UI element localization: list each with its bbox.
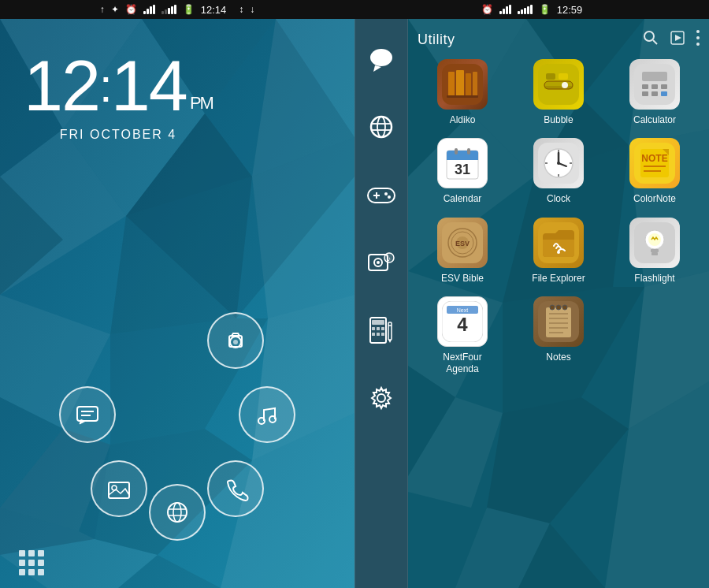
left-alarm-icon: ⏰ — [125, 4, 137, 15]
colornote-icon: NOTE — [629, 138, 680, 188]
app-item-flashlight[interactable]: Flashlight — [610, 218, 700, 284]
left-wifi-icon — [143, 5, 155, 14]
clock-colon: : — [99, 62, 111, 110]
app-item-clock[interactable]: Clock — [514, 138, 603, 204]
calendar-label: Calendar — [444, 193, 482, 204]
notes-label: Notes — [546, 352, 570, 363]
app-item-fileexplorer[interactable]: File Explorer — [514, 218, 603, 284]
svg-rect-53 — [372, 320, 384, 325]
right-battery-icon: 🔋 — [539, 4, 551, 15]
app-item-colornote[interactable]: NOTE ColorNote — [610, 138, 700, 204]
svg-rect-92 — [456, 70, 464, 97]
quick-launch-wheel — [67, 304, 288, 525]
flashlight-icon — [629, 218, 680, 268]
svg-rect-91 — [448, 72, 455, 97]
svg-point-88 — [696, 36, 700, 39]
clock-label: Clock — [547, 193, 570, 204]
dot5 — [28, 560, 35, 566]
aldiko-icon — [437, 59, 488, 110]
calendar-icon: 31 — [437, 138, 488, 188]
left-battery-icon: 🔋 — [183, 4, 195, 15]
search-icon[interactable] — [643, 30, 659, 50]
fileexplorer-label: File Explorer — [532, 273, 585, 284]
right-time: 12:59 — [557, 4, 583, 16]
bubble-icon — [533, 59, 584, 110]
right-alarm-icon: ⏰ — [481, 4, 493, 15]
quick-launch-music[interactable] — [239, 386, 295, 443]
svg-rect-57 — [372, 333, 375, 336]
svg-rect-93 — [466, 73, 471, 97]
clock-icon — [533, 138, 584, 188]
quick-launch-message[interactable] — [59, 386, 116, 443]
app-drawer: Utility — [408, 19, 709, 588]
more-options-icon[interactable] — [696, 30, 700, 50]
sidebar-item-settings[interactable] — [355, 364, 407, 432]
svg-text:31: 31 — [455, 162, 470, 177]
svg-point-102 — [562, 82, 568, 88]
app-item-notes[interactable]: Notes — [514, 296, 603, 374]
clock-widget: 12:14PM FRI OCTOBER 4 — [24, 50, 213, 142]
svg-point-39 — [377, 117, 385, 137]
sidebar-item-browser[interactable] — [355, 93, 407, 161]
dot7 — [19, 569, 25, 575]
svg-point-87 — [696, 30, 700, 33]
svg-rect-42 — [368, 188, 395, 203]
app-item-calculator[interactable]: Calculator — [610, 59, 700, 125]
svg-point-45 — [384, 192, 388, 195]
svg-rect-101 — [559, 73, 568, 80]
svg-text:NOTE: NOTE — [641, 153, 667, 164]
apps-grid-button[interactable] — [19, 550, 44, 575]
app-item-esvbible[interactable]: ESV ESV Bible — [418, 218, 507, 284]
sidebar-item-calculator[interactable] — [355, 296, 407, 364]
clock-hours: 12 — [24, 47, 99, 125]
app-item-aldiko[interactable]: Aldiko — [418, 59, 507, 125]
app-grid: Aldiko — [418, 59, 700, 374]
left-download-icon: ↓ — [250, 4, 254, 15]
app-item-calendar[interactable]: 31 Calendar — [418, 138, 507, 204]
clock-display: 12:14PM — [24, 50, 213, 121]
svg-point-156 — [550, 305, 555, 310]
sidebar-item-games[interactable] — [355, 161, 407, 229]
nextfour-label: NextFour Agenda — [443, 352, 481, 374]
quick-launch-globe[interactable] — [149, 484, 206, 541]
svg-text:♪: ♪ — [388, 255, 391, 262]
right-signal-icon — [518, 5, 533, 14]
right-wifi-icon — [499, 5, 511, 14]
svg-point-49 — [377, 261, 380, 264]
sidebar: ♪ — [354, 19, 408, 588]
svg-rect-100 — [546, 73, 555, 80]
app-item-bubble[interactable]: Bubble — [514, 59, 603, 125]
dot4 — [19, 560, 25, 566]
svg-rect-106 — [651, 84, 658, 89]
quick-launch-camera[interactable] — [207, 312, 264, 369]
quick-launch-gallery[interactable] — [91, 460, 147, 517]
svg-rect-142 — [651, 249, 659, 252]
svg-point-30 — [168, 503, 187, 522]
svg-point-38 — [371, 117, 392, 137]
clock-minutes: 14 — [111, 47, 187, 125]
svg-rect-59 — [381, 333, 384, 336]
app-item-nextfour[interactable]: Next 4 NextFour Agenda — [418, 296, 507, 374]
svg-text:ESV: ESV — [455, 240, 470, 247]
flashlight-label: Flashlight — [634, 273, 674, 284]
calculator-label: Calculator — [633, 114, 676, 125]
sidebar-item-messages[interactable] — [355, 25, 407, 93]
bubble-label: Bubble — [544, 114, 573, 125]
svg-rect-56 — [381, 327, 384, 330]
svg-point-36 — [370, 49, 392, 66]
dot2 — [28, 550, 35, 556]
left-bluetooth-icon: ✦ — [111, 4, 119, 15]
svg-text:Next: Next — [457, 307, 468, 313]
esvbible-icon: ESV — [437, 218, 488, 268]
sidebar-item-media[interactable]: ♪ — [355, 229, 407, 296]
main-content: 12:14PM FRI OCTOBER 4 — [0, 19, 709, 588]
play-store-icon[interactable] — [670, 30, 685, 50]
svg-marker-86 — [675, 35, 681, 41]
drawer-title: Utility — [418, 32, 455, 48]
svg-rect-108 — [642, 91, 648, 96]
right-status-bar: ⏰ 🔋 12:59 — [354, 4, 709, 16]
quick-launch-phone[interactable] — [207, 460, 264, 517]
svg-point-158 — [562, 305, 567, 310]
left-notification-icon: ↑ — [100, 4, 105, 15]
svg-point-157 — [556, 305, 561, 310]
